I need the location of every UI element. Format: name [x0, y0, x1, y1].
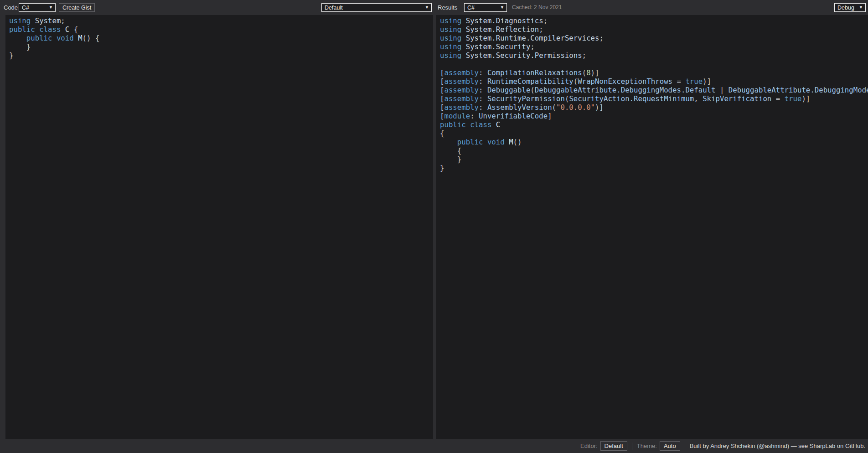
code-editor-pane[interactable]: using System;public class C { public voi… — [5, 15, 433, 439]
code-line: { — [440, 129, 868, 138]
code-line — [440, 60, 868, 68]
code-line: } — [440, 164, 868, 172]
code-line: { — [440, 146, 868, 155]
theme-setting-label: Theme: — [637, 443, 657, 449]
chevron-down-icon: ▼ — [425, 5, 431, 10]
code-line: using System.Security.Permissions; — [440, 51, 868, 60]
code-line: } — [440, 155, 868, 164]
code-line: public void M() — [440, 138, 868, 146]
theme-setting-button[interactable]: Auto — [660, 441, 680, 451]
chevron-down-icon: ▼ — [859, 5, 865, 10]
code-line: public void M() { — [9, 34, 433, 42]
credits-prefix: Built by Andrey Shchekin ( — [690, 443, 759, 449]
credits-middle: ) — see — [787, 443, 810, 449]
code-editor-content: using System;public class C { public voi… — [5, 15, 433, 60]
code-line: } — [9, 42, 433, 51]
credits-suffix: . — [863, 443, 865, 449]
code-language-value: C# — [19, 5, 49, 11]
code-line: [assembly: RuntimeCompatibility(WrapNonE… — [440, 77, 868, 86]
github-link[interactable]: SharpLab on GitHub — [810, 443, 864, 449]
credits-text: Built by Andrey Shchekin (@ashmind) — se… — [690, 443, 865, 449]
code-line: [assembly: Debuggable(DebuggableAttribut… — [440, 86, 868, 94]
code-line: [assembly: AssemblyVersion("0.0.0.0")] — [440, 103, 868, 112]
code-line: using System.Diagnostics; — [440, 16, 868, 25]
chevron-down-icon: ▼ — [500, 5, 506, 10]
top-toolbar: Code C# ▼ Create Gist Default ▼ Results … — [0, 0, 868, 15]
statusbar-divider — [685, 443, 685, 450]
create-gist-button[interactable]: Create Gist — [59, 3, 95, 12]
code-section-label: Code — [4, 0, 18, 15]
statusbar-divider — [632, 443, 632, 450]
code-language-select[interactable]: C# ▼ — [19, 3, 56, 12]
cached-status: Cached: 2 Nov 2021 — [512, 0, 562, 15]
code-line: using System.Security; — [440, 42, 868, 51]
results-output-content: using System.Diagnostics;using System.Re… — [436, 15, 868, 172]
chevron-down-icon: ▼ — [49, 5, 55, 10]
results-output-pane: using System.Diagnostics;using System.Re… — [436, 15, 868, 439]
results-language-value: C# — [465, 5, 500, 11]
status-bar: Editor: Default Theme: Auto Built by And… — [0, 439, 868, 453]
code-line: [assembly: CompilationRelaxations(8)] — [440, 68, 868, 77]
build-mode-value: Debug — [835, 5, 859, 11]
results-section-label: Results — [438, 0, 457, 15]
branch-value: Default — [322, 5, 425, 11]
code-line: using System.Reflection; — [440, 25, 868, 34]
editor-setting-label: Editor: — [580, 443, 598, 449]
branch-select[interactable]: Default ▼ — [321, 3, 432, 12]
build-mode-select[interactable]: Debug ▼ — [834, 3, 866, 12]
code-line: public class C — [440, 120, 868, 129]
code-line: using System; — [9, 16, 433, 25]
code-line: public class C { — [9, 25, 433, 34]
ashmind-link[interactable]: @ashmind — [759, 443, 787, 449]
code-line: [module: UnverifiableCode] — [440, 112, 868, 120]
editor-setting-button[interactable]: Default — [600, 441, 627, 451]
results-language-select[interactable]: C# ▼ — [464, 3, 507, 12]
code-line: } — [9, 51, 433, 60]
code-line: [assembly: SecurityPermission(SecurityAc… — [440, 94, 868, 103]
sharplab-app: { "toolbar": { "code_label": "Code", "co… — [0, 0, 868, 453]
code-line: using System.Runtime.CompilerServices; — [440, 34, 868, 42]
